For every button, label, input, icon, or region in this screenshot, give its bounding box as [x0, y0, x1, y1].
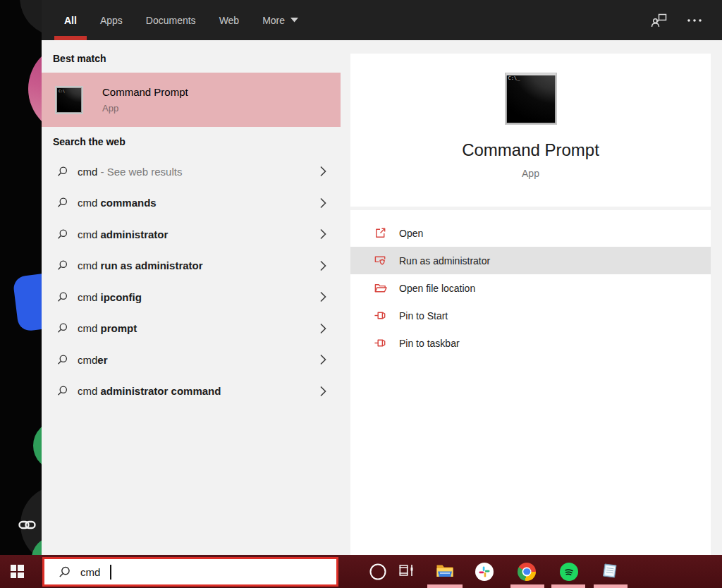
- tab-documents[interactable]: Documents: [146, 0, 196, 40]
- search-query-text: cmd: [80, 566, 100, 578]
- chevron-down-icon: [290, 18, 298, 23]
- chevron-right-icon[interactable]: [320, 292, 326, 302]
- taskbar: cmd: [0, 555, 722, 588]
- action-pin-to-taskbar[interactable]: Pin to taskbar: [350, 329, 711, 357]
- file-explorer-button[interactable]: [436, 562, 455, 582]
- search-icon: [56, 291, 68, 303]
- wallpaper-shape: [33, 421, 42, 470]
- running-indicator-chrome: [510, 584, 544, 588]
- start-button[interactable]: [0, 555, 34, 588]
- action-run-as-administrator[interactable]: Run as administrator: [350, 247, 711, 274]
- chevron-right-icon[interactable]: [320, 229, 326, 240]
- run-as-admin-shield-icon: [374, 254, 387, 267]
- preview-pane: C:\_ Command Prompt App Open Run as admi…: [341, 40, 722, 555]
- tab-all[interactable]: All: [64, 0, 77, 40]
- preview-title: Command Prompt: [350, 140, 711, 160]
- web-suggestions-list: cmd - See web results cmd commands cmd a…: [42, 156, 341, 407]
- chrome-button[interactable]: [518, 563, 536, 581]
- open-launch-icon: [374, 226, 387, 240]
- action-open[interactable]: Open: [350, 219, 711, 247]
- search-icon: [56, 228, 68, 240]
- chrome-icon: [518, 563, 536, 581]
- tab-more-label: More: [262, 15, 285, 26]
- suggestion-row[interactable]: cmd - See web results: [42, 156, 341, 188]
- chevron-right-icon[interactable]: [320, 323, 326, 333]
- file-explorer-icon: [436, 562, 455, 579]
- search-icon: [56, 166, 68, 178]
- suggestion-row[interactable]: cmd commands: [42, 188, 341, 219]
- tab-web[interactable]: Web: [219, 0, 240, 40]
- slack-button[interactable]: [475, 563, 494, 581]
- slack-icon: [475, 563, 494, 581]
- search-icon: [58, 565, 71, 579]
- chevron-right-icon[interactable]: [320, 355, 326, 365]
- taskbar-search-input[interactable]: cmd: [42, 557, 338, 587]
- link-icon: [18, 518, 36, 534]
- running-indicator-file-explorer: [427, 584, 463, 588]
- more-options-icon[interactable]: [687, 18, 702, 23]
- feedback-user-icon[interactable]: [650, 12, 668, 29]
- suggestion-row[interactable]: cmder: [42, 344, 341, 376]
- suggestion-row[interactable]: cmd prompt: [42, 313, 341, 345]
- action-open-file-location[interactable]: Open file location: [350, 274, 711, 302]
- tab-more[interactable]: More: [262, 0, 298, 40]
- pin-icon: [374, 309, 387, 322]
- desktop-wallpaper: [0, 0, 42, 555]
- wallpaper-shape: [28, 43, 42, 135]
- best-match-header: Best match: [53, 53, 106, 64]
- chevron-right-icon[interactable]: [320, 260, 326, 271]
- suggestion-row[interactable]: cmd administrator: [42, 219, 341, 250]
- suggestion-row[interactable]: cmd ipconfig: [42, 281, 341, 313]
- running-indicator-notepad: [594, 584, 628, 588]
- notepad-button[interactable]: [601, 561, 619, 582]
- preview-actions: Open Run as administrator Open file loca…: [350, 210, 711, 555]
- tab-apps[interactable]: Apps: [100, 0, 123, 40]
- command-prompt-icon-large: C:\_: [505, 73, 557, 125]
- text-caret: [110, 565, 111, 580]
- suggestion-row[interactable]: cmd run as administrator: [42, 250, 341, 282]
- cortana-icon: [370, 563, 386, 580]
- notepad-icon: [601, 561, 619, 580]
- spotify-button[interactable]: [560, 563, 578, 581]
- running-indicator-spotify: [551, 584, 585, 588]
- search-icon: [56, 354, 68, 366]
- chevron-right-icon[interactable]: [320, 166, 326, 177]
- chevron-right-icon[interactable]: [320, 386, 326, 396]
- action-pin-to-start[interactable]: Pin to Start: [350, 302, 711, 329]
- suggestion-row[interactable]: cmd administrator command: [42, 376, 341, 408]
- best-match-type: App: [102, 103, 188, 114]
- best-match-title: Command Prompt: [102, 86, 188, 98]
- chevron-right-icon[interactable]: [320, 197, 326, 208]
- task-view-icon: [398, 562, 415, 579]
- search-icon: [56, 385, 68, 397]
- best-match-result[interactable]: C:\ Command Prompt App: [42, 73, 341, 127]
- preview-type: App: [350, 168, 711, 179]
- wallpaper-shape: [13, 270, 42, 332]
- search-web-header: Search the web: [53, 136, 126, 147]
- windows-logo-icon: [11, 565, 24, 578]
- spotify-icon: [560, 563, 578, 581]
- wallpaper-shape: [20, 0, 42, 37]
- preview-hero: C:\_ Command Prompt App: [350, 54, 711, 207]
- search-icon: [56, 259, 68, 271]
- cortana-button[interactable]: [370, 563, 386, 580]
- search-results-panel: Best match C:\ Command Prompt App Search…: [42, 40, 341, 555]
- filter-tabs: All Apps Documents Web More: [42, 0, 722, 40]
- search-icon: [56, 322, 68, 334]
- folder-location-icon: [374, 281, 387, 295]
- task-view-button[interactable]: [398, 562, 415, 582]
- command-prompt-icon: C:\: [55, 86, 83, 114]
- search-icon: [56, 197, 68, 209]
- search-filter-bar: All Apps Documents Web More: [42, 0, 722, 40]
- pin-icon: [374, 336, 387, 350]
- windows-search-screen: All Apps Documents Web More Best match: [0, 0, 722, 588]
